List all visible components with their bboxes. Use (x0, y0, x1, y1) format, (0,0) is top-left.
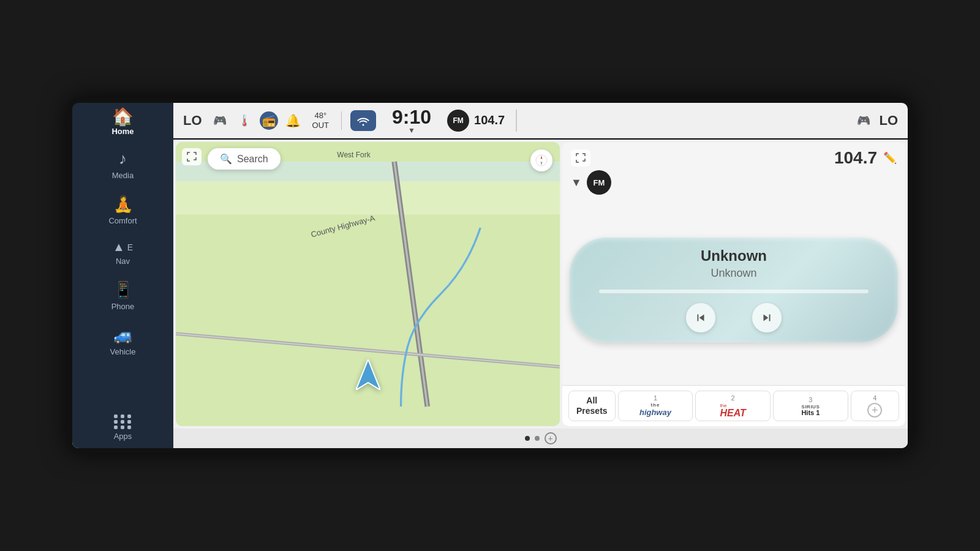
fm-dropdown-label: FM (593, 178, 605, 187)
steering-wheel-right-icon: 🎮 (854, 111, 873, 130)
apps-label: Apps (114, 432, 132, 441)
media-icon: ♪ (119, 149, 127, 168)
climate-icon: 🌡️ (235, 111, 254, 130)
progress-bar (599, 290, 868, 293)
panels-row: 🔍 Search County Highway-A West Fork (173, 140, 908, 429)
status-right-controls: 🎮 LO (854, 111, 898, 130)
sidebar: ♪ Media 🧘 Comfort ▲ E Nav 📱 Phone 🚙 Veh (72, 140, 173, 448)
radio-edit-button[interactable]: ✏️ (883, 151, 897, 165)
main-content-area: ♪ Media 🧘 Comfort ▲ E Nav 📱 Phone 🚙 Veh (72, 140, 908, 448)
radio-frequency: 104.7 (834, 148, 877, 168)
place-label: West Fork (337, 151, 370, 159)
track-subtitle: Unknown (710, 267, 756, 280)
nav-label: Nav (116, 257, 130, 266)
comfort-icon: 🧘 (113, 195, 133, 214)
next-track-button[interactable] (752, 303, 782, 332)
content-panels: 🔍 Search County Highway-A West Fork (173, 140, 908, 448)
sidebar-item-phone[interactable]: 📱 Phone (72, 273, 173, 318)
temp-label: OUT (312, 121, 329, 130)
dot-2 (535, 436, 540, 441)
media-label: Media (112, 171, 134, 180)
panel-indicators: + (173, 429, 908, 448)
steering-wheel-icon: 🎮 (211, 111, 229, 130)
preset-1-button[interactable]: 1 the highway (618, 391, 693, 421)
clock-display: 9:10 ▼ (392, 106, 431, 135)
temp-value: 48° (314, 111, 326, 121)
preset-3-button[interactable]: 3 SIRIUS Hits 1 (773, 391, 848, 421)
fm-band-selector[interactable]: FM (587, 170, 611, 195)
apps-icon (114, 414, 132, 429)
vehicle-label: Vehicle (110, 347, 136, 356)
fm-selector: ▼ FM (562, 170, 905, 195)
compass-button[interactable] (530, 149, 552, 171)
all-presets-button[interactable]: All Presets (568, 391, 616, 421)
comfort-label: Comfort (108, 216, 137, 225)
phone-label: Phone (111, 302, 135, 311)
vehicle-icon: 🚙 (113, 326, 133, 345)
sidebar-item-apps[interactable]: Apps (72, 407, 173, 448)
fan-speed-right: LO (879, 113, 898, 129)
temperature-display: 48° OUT (312, 111, 329, 130)
bell-icon[interactable]: 🔔 (284, 111, 303, 130)
fm-badge: FM (447, 110, 469, 132)
sidebar-item-media[interactable]: ♪ Media (72, 142, 173, 187)
map-expand-button[interactable] (182, 148, 202, 165)
playback-controls (584, 303, 883, 332)
wifi-icon[interactable] (350, 110, 376, 131)
sidebar-item-nav[interactable]: ▲ E Nav (72, 233, 173, 273)
svg-marker-8 (356, 359, 380, 390)
fm-band-label: FM (453, 116, 463, 125)
nav-e-label: E (127, 242, 133, 252)
sidebar-item-vehicle[interactable]: 🚙 Vehicle (72, 318, 173, 364)
fm-down-arrow-icon[interactable]: ▼ (571, 176, 582, 189)
time-chevron-icon[interactable]: ▼ (408, 126, 415, 135)
phone-icon: 📱 (113, 280, 133, 299)
dot-1 (525, 436, 530, 441)
time-value: 9:10 (392, 106, 431, 129)
search-icon: 🔍 (220, 153, 232, 165)
fan-speed-left: LO (183, 113, 202, 129)
radio-panel: 104.7 ✏️ ▼ FM Unknown (562, 142, 905, 426)
map-search-button[interactable]: 🔍 Search (208, 148, 281, 170)
location-arrow (356, 359, 380, 395)
radio-top-bar: 104.7 ✏️ (562, 142, 905, 170)
radio-expand-button[interactable] (571, 149, 590, 167)
track-title: Unknown (701, 247, 767, 264)
now-playing-pill: Unknown Unknown (570, 238, 898, 342)
add-panel-button[interactable]: + (545, 432, 557, 444)
home-label: Home (111, 127, 134, 136)
presets-bar: All Presets 1 the highway (562, 385, 905, 426)
header-freq: 104.7 (474, 113, 505, 127)
status-bar: LO 🎮 🌡️ 📻 🔔 48° OUT 9 (173, 103, 908, 138)
add-preset-icon: + (867, 403, 882, 418)
sidebar-item-comfort[interactable]: 🧘 Comfort (72, 187, 173, 233)
header-radio-display: FM 104.7 (447, 110, 505, 132)
nav-triangle-icon: ▲ (113, 240, 125, 254)
car-infotainment-bezel: 🏠 Home LO 🎮 🌡️ 📻 🔔 48° OUT (67, 98, 913, 453)
search-label: Search (237, 154, 268, 165)
preset-2-button[interactable]: 2 the HEAT (695, 391, 771, 421)
radio-icon[interactable]: 📻 (260, 111, 278, 130)
map-panel[interactable]: 🔍 Search County Highway-A West Fork (176, 142, 560, 426)
album-area: Unknown Unknown (570, 200, 898, 380)
prev-track-button[interactable] (686, 303, 715, 332)
preset-4-add-button[interactable]: 4 + (851, 391, 899, 421)
